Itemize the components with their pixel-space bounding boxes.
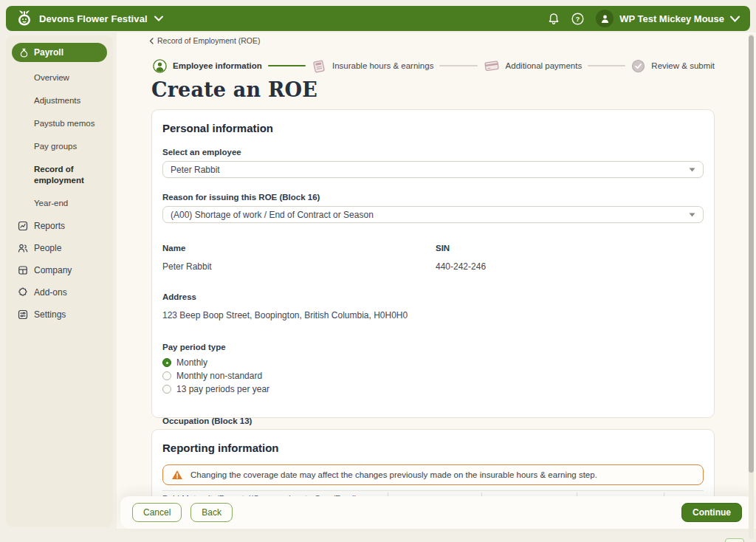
warning-triangle-icon bbox=[171, 470, 183, 480]
page-title: Create an ROE bbox=[151, 78, 317, 101]
company-name: Devons Flower Festival bbox=[39, 13, 148, 24]
breadcrumb-label: Record of Employment (ROE) bbox=[157, 36, 260, 45]
step-label: Employee information bbox=[173, 61, 262, 70]
sidebar-section-label: Company bbox=[34, 265, 72, 275]
clipped-bottom-button[interactable] bbox=[725, 538, 744, 542]
sidebar-item-record-of-employment[interactable]: Record of employment bbox=[12, 158, 107, 192]
sidebar-item-company[interactable]: Company bbox=[12, 259, 107, 281]
app-header: Devons Flower Festival ? bbox=[6, 6, 750, 31]
occupation-label: Occupation (Block 13) bbox=[162, 416, 704, 425]
radio-label: 13 pay periods per year bbox=[176, 384, 269, 394]
credit-card-step-icon bbox=[484, 59, 500, 72]
step-connector bbox=[588, 65, 625, 66]
radio-label: Monthly bbox=[176, 357, 207, 368]
calculator-step-icon bbox=[312, 59, 326, 73]
avatar bbox=[596, 10, 614, 27]
step-connector bbox=[439, 65, 477, 66]
chevron-down-icon bbox=[689, 213, 695, 217]
employee-step-icon bbox=[153, 59, 167, 73]
sidebar-section-label: Add-ons bbox=[34, 287, 67, 298]
help-button[interactable]: ? bbox=[571, 13, 584, 25]
sidebar-item-pay-groups[interactable]: Pay groups bbox=[12, 135, 107, 158]
back-button[interactable]: Back bbox=[190, 503, 233, 522]
sidebar-item-paystub-memos[interactable]: Paystub memos bbox=[12, 112, 107, 135]
company-icon bbox=[18, 265, 28, 275]
employee-select-label: Select an employee bbox=[162, 148, 704, 157]
step-insurable-hours[interactable]: Insurable hours & earnings bbox=[312, 59, 433, 73]
reason-select-label: Reason for issuing this ROE (Block 16) bbox=[162, 193, 704, 202]
person-icon bbox=[600, 14, 610, 24]
sidebar-section-label: People bbox=[34, 243, 61, 253]
reason-select[interactable]: (A00) Shortage of work / End of Contract… bbox=[162, 206, 704, 223]
pay-period-type-label: Pay period type bbox=[162, 343, 704, 351]
radio-monthly-non-standard[interactable]: Monthly non-standard bbox=[162, 369, 704, 383]
personal-information-card: Personal information Select an employee … bbox=[151, 109, 715, 418]
step-connector bbox=[268, 65, 306, 66]
warning-text: Changing the coverage date may affect th… bbox=[190, 470, 597, 479]
chevron-down-icon bbox=[689, 168, 695, 172]
sidebar-item-reports[interactable]: Reports bbox=[12, 215, 107, 237]
name-value: Peter Rabbit bbox=[162, 261, 436, 272]
coverage-date-warning: Changing the coverage date may affect th… bbox=[162, 464, 704, 485]
radio-13-pay-periods[interactable]: 13 pay periods per year bbox=[162, 383, 704, 396]
user-name: WP Test Mickey Mouse bbox=[619, 13, 724, 24]
cancel-button[interactable]: Cancel bbox=[132, 503, 182, 522]
step-review-submit[interactable]: Review & submit bbox=[631, 59, 715, 73]
chevron-down-icon bbox=[730, 16, 740, 22]
sidebar-item-settings[interactable]: Settings bbox=[12, 303, 107, 326]
sidebar-item-people[interactable]: People bbox=[12, 237, 107, 259]
employee-select[interactable]: Peter Rabbit bbox=[162, 161, 704, 178]
breadcrumb[interactable]: Record of Employment (ROE) bbox=[149, 36, 260, 45]
radio-label: Monthly non-standard bbox=[176, 371, 262, 381]
puzzle-icon bbox=[18, 287, 28, 298]
sin-value: 440-242-246 bbox=[436, 261, 704, 272]
action-bar: Cancel Back Continue bbox=[120, 496, 754, 529]
settings-icon bbox=[18, 309, 28, 320]
check-circle-step-icon bbox=[631, 59, 645, 73]
stepper: Employee information Insurable hours & e… bbox=[153, 58, 715, 73]
chevron-down-icon bbox=[154, 16, 163, 21]
sidebar-section-label: Reports bbox=[34, 221, 65, 231]
card-title: Personal information bbox=[162, 122, 704, 134]
payroll-icon bbox=[19, 48, 29, 58]
radio-monthly[interactable]: Monthly bbox=[162, 356, 704, 369]
help-icon: ? bbox=[571, 13, 584, 25]
chevron-left-icon bbox=[149, 38, 154, 44]
card-title: Reporting information bbox=[162, 442, 704, 454]
sidebar-item-overview[interactable]: Overview bbox=[12, 66, 107, 89]
continue-button[interactable]: Continue bbox=[681, 503, 742, 522]
sidebar-item-add-ons[interactable]: Add-ons bbox=[12, 281, 107, 303]
address-label: Address bbox=[162, 292, 704, 301]
name-label: Name bbox=[162, 244, 436, 253]
step-additional-payments[interactable]: Additional payments bbox=[484, 59, 583, 72]
radio-button-icon bbox=[162, 385, 171, 394]
step-label: Additional payments bbox=[506, 61, 583, 70]
sidebar-item-label: Payroll bbox=[34, 47, 63, 58]
sidebar-item-adjustments[interactable]: Adjustments bbox=[12, 89, 107, 112]
pay-period-radio-group: Monthly Monthly non-standard 13 pay peri… bbox=[162, 356, 704, 396]
sidebar-item-year-end[interactable]: Year-end bbox=[12, 192, 107, 215]
sidebar-section-label: Settings bbox=[34, 309, 66, 320]
notifications-button[interactable] bbox=[548, 13, 560, 25]
step-label: Insurable hours & earnings bbox=[332, 61, 433, 70]
svg-text:?: ? bbox=[576, 15, 580, 23]
bell-icon bbox=[548, 13, 560, 25]
sin-label: SIN bbox=[436, 244, 704, 253]
people-icon bbox=[18, 243, 28, 253]
sidebar: Payroll Overview Adjustments Paystub mem… bbox=[6, 35, 113, 527]
reports-icon bbox=[18, 221, 28, 231]
step-label: Review & submit bbox=[651, 61, 715, 70]
user-menu[interactable]: WP Test Mickey Mouse bbox=[596, 10, 740, 27]
company-switcher[interactable]: Devons Flower Festival bbox=[16, 10, 163, 27]
reason-select-value: (A00) Shortage of work / End of Contract… bbox=[171, 210, 374, 220]
employee-select-value: Peter Rabbit bbox=[171, 165, 220, 175]
step-employee-information[interactable]: Employee information bbox=[153, 59, 262, 73]
address-value: 123 Beep Boop Street, Boopington, Britis… bbox=[162, 310, 704, 320]
radio-button-icon bbox=[162, 371, 171, 380]
scrollbar-thumb[interactable] bbox=[749, 35, 754, 473]
radio-button-icon bbox=[162, 358, 171, 367]
brand-logo-icon bbox=[16, 10, 32, 27]
sidebar-item-payroll[interactable]: Payroll bbox=[12, 43, 107, 62]
